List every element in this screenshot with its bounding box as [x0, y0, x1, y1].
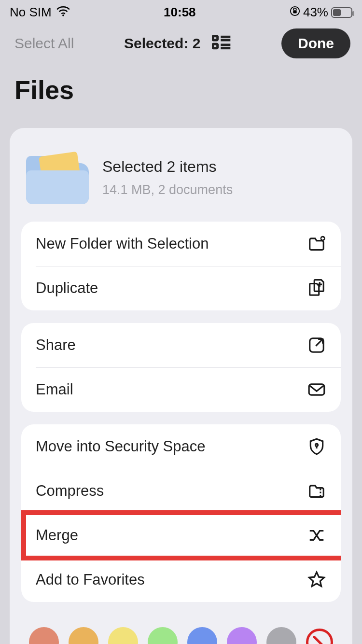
action-security-space[interactable]: Move into Security Space [21, 424, 341, 469]
action-share[interactable]: Share [21, 323, 341, 367]
action-new-folder[interactable]: New Folder with Selection [21, 222, 341, 266]
tag-color-4[interactable] [148, 627, 178, 644]
shield-lock-icon [307, 437, 326, 456]
status-bar: No SIM 10:58 43% [0, 0, 362, 23]
action-label: Merge [36, 527, 78, 544]
selection-header: Select All Selected: 2 Done [0, 23, 362, 64]
action-group-share: Share Email [21, 323, 341, 412]
action-sheet: Selected 2 items 14.1 MB, 2 documents Ne… [10, 128, 352, 644]
svg-point-16 [315, 444, 318, 446]
action-label: Add to Favorites [36, 571, 145, 588]
select-all-button[interactable]: Select All [14, 35, 74, 52]
battery-percent: 43% [303, 5, 328, 20]
archive-icon [307, 481, 326, 501]
action-label: Email [36, 381, 73, 398]
action-add-favorite[interactable]: Add to Favorites [21, 558, 341, 602]
folder-icon [26, 151, 89, 204]
action-email[interactable]: Email [21, 367, 341, 412]
email-icon [307, 380, 326, 399]
action-group-manage: Move into Security Space Compress Merge … [21, 424, 341, 602]
svg-rect-3 [213, 36, 218, 40]
orientation-lock-icon [290, 5, 300, 20]
battery-icon [331, 7, 352, 18]
svg-rect-2 [293, 10, 296, 13]
svg-point-0 [62, 14, 64, 16]
action-label: Share [36, 336, 76, 354]
color-tags-row [21, 615, 341, 644]
action-duplicate[interactable]: Duplicate [21, 266, 341, 310]
svg-rect-15 [309, 384, 324, 395]
tag-color-7[interactable] [266, 627, 296, 644]
carrier-label: No SIM [10, 5, 52, 20]
selection-subtitle: 14.1 MB, 2 documents [102, 182, 233, 197]
action-group-create: New Folder with Selection Duplicate [21, 222, 341, 310]
page-title: Files [0, 64, 362, 134]
star-icon [307, 570, 326, 589]
tag-none[interactable] [306, 629, 333, 644]
folder-plus-icon [307, 234, 326, 253]
tag-color-5[interactable] [187, 627, 217, 644]
action-compress[interactable]: Compress [21, 469, 341, 513]
wifi-icon [56, 5, 70, 20]
action-label: Duplicate [36, 280, 98, 297]
selection-title: Selected 2 items [102, 158, 233, 176]
tag-color-2[interactable] [69, 627, 98, 644]
action-label: Compress [36, 482, 104, 500]
selected-count-label: Selected: 2 [124, 35, 200, 52]
action-label: New Folder with Selection [36, 235, 209, 252]
action-label: Move into Security Space [36, 438, 206, 455]
action-merge[interactable]: Merge [21, 513, 341, 558]
merge-icon [307, 526, 326, 545]
selection-summary: Selected 2 items 14.1 MB, 2 documents [21, 141, 341, 222]
duplicate-icon [307, 279, 326, 298]
view-mode-icon[interactable] [212, 34, 231, 53]
done-button[interactable]: Done [281, 28, 350, 58]
clock: 10:58 [164, 5, 196, 20]
tag-color-1[interactable] [29, 627, 59, 644]
tag-color-3[interactable] [108, 627, 138, 644]
tag-color-6[interactable] [227, 627, 257, 644]
svg-rect-6 [213, 44, 218, 48]
share-icon [307, 336, 326, 355]
